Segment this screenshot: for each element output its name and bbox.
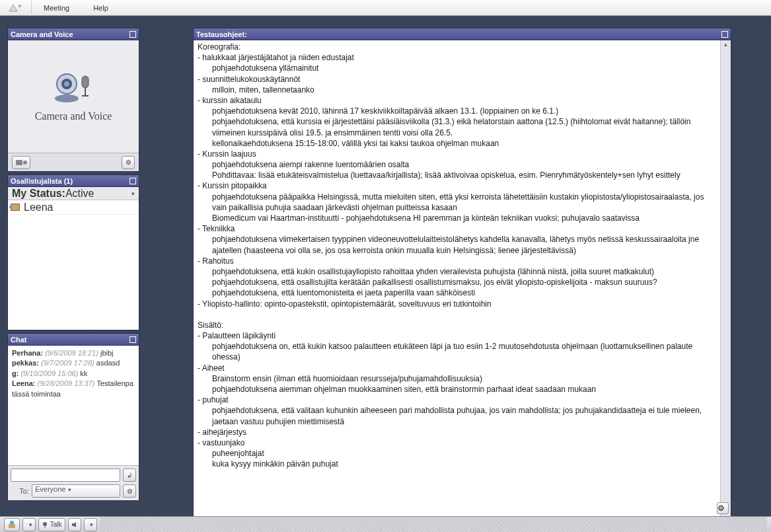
notes-line: pohjaehdotuksena, että kukin osallistuja… xyxy=(198,266,715,277)
bottombar-spacer xyxy=(100,517,767,532)
chat-send-button[interactable]: ↲ xyxy=(123,469,136,482)
camera-icon-area xyxy=(50,71,96,104)
notes-line: Sisältö: xyxy=(198,320,715,330)
notes-options-button[interactable]: ⚙ xyxy=(717,502,729,514)
camera-settings-button[interactable]: ⚙ xyxy=(122,156,135,169)
notes-line: Koreografia: xyxy=(198,42,715,52)
notes-line: - vastuunjako xyxy=(198,437,715,448)
status-text: My Status:Active xyxy=(12,188,94,200)
chat-line: pekkas: (9/7/2009 17:28) asdasd xyxy=(12,358,135,368)
notes-line: - puhujat xyxy=(198,395,715,405)
svg-point-11 xyxy=(10,521,14,525)
camera-voice-panel: Camera and Voice Camera and Voice xyxy=(7,28,139,172)
participant-row[interactable]: Leena xyxy=(8,200,139,215)
chat-panel: Chat Perhana: (9/6/2009 18:21) jbibjpekk… xyxy=(7,333,139,501)
notes-line: pohjaehdotuksena, että osallistujilta ke… xyxy=(198,277,715,287)
participant-name: Leena xyxy=(24,202,54,213)
panel-toggle-icon[interactable] xyxy=(129,178,136,184)
participants-header[interactable]: Osallistujalista (1) xyxy=(8,175,139,187)
chat-header[interactable]: Chat xyxy=(8,334,139,346)
notes-line: pohjaehdotuksena pääpaikka Helsingissä, … xyxy=(198,192,715,213)
panel-toggle-icon[interactable] xyxy=(721,31,728,38)
menu-help[interactable]: Help xyxy=(81,0,120,15)
notes-line: pohjaehdotuksena yllämainitut xyxy=(198,63,715,73)
menu-meeting[interactable]: Meeting xyxy=(32,0,81,15)
notes-line: pohjaehdotuksena, että valitaan kuhunkin… xyxy=(198,405,715,426)
chat-line: g: (9/10/2009 15:06) kk xyxy=(12,369,135,379)
volume-dropdown-button[interactable] xyxy=(84,518,97,531)
camera-panel-header[interactable]: Camera and Voice xyxy=(8,28,139,40)
notes-line: Biomedicum vai Haartman-instituutti - po… xyxy=(198,213,715,223)
panel-toggle-icon[interactable] xyxy=(129,31,136,38)
notes-line: - halukkaat järjestäjätahot ja niiden ed… xyxy=(198,52,715,63)
camera-footer: ⚙ xyxy=(8,153,139,171)
chat-line: Leena: (9/28/2009 13:37) Testailenpa täs… xyxy=(12,379,135,399)
app-logo xyxy=(0,0,32,16)
camera-panel-title: Camera and Voice xyxy=(11,30,73,38)
svg-point-0 xyxy=(18,5,21,7)
camera-body: Camera and Voice xyxy=(8,40,139,153)
notes-line: - Yliopisto-hallinto: opinto-opastekstit… xyxy=(198,299,715,309)
notes-line: pohjaehdotuksena, että luentomonisteita … xyxy=(198,287,715,298)
notes-line xyxy=(198,309,715,320)
notes-line: pohjaehdotuksena aiemman ohjelman muokka… xyxy=(198,384,715,395)
notes-line: - Kurssin laajuus xyxy=(198,149,715,159)
menubar: Meeting Help xyxy=(0,0,771,16)
svg-point-4 xyxy=(64,81,69,87)
notes-panel: Testausohjeet: Koreografia:- halukkaat j… xyxy=(193,28,731,517)
svg-point-12 xyxy=(43,522,47,526)
status-dropdown-button[interactable] xyxy=(22,518,36,531)
notes-scrollbar[interactable] xyxy=(720,40,731,516)
chat-line: Perhana: (9/6/2009 18:21) jbibj xyxy=(12,348,135,358)
notes-title: Testausohjeet: xyxy=(196,30,247,38)
participants-title: Osallistujalista (1) xyxy=(11,177,73,185)
notes-line: kellonaikaehdotuksena 15:15-18:00, välil… xyxy=(198,138,715,149)
talk-button[interactable]: Talk xyxy=(38,518,65,531)
notes-line: pohjaehdotuksena aiempi rakenne luentomä… xyxy=(198,159,715,170)
notes-line: Pohdittavaa: lisää etukäteisvalmistelua … xyxy=(198,170,715,180)
svg-point-9 xyxy=(23,161,27,165)
notes-line: - Rahoitus xyxy=(198,256,715,266)
notes-content[interactable]: Koreografia:- halukkaat järjestäjätahot … xyxy=(194,40,731,516)
status-dropdown-icon[interactable]: ▾ xyxy=(131,190,135,197)
mute-button[interactable] xyxy=(68,518,81,531)
notes-line: - Tekniikka xyxy=(198,223,715,234)
chat-messages[interactable]: Perhana: (9/6/2009 18:21) jbibjpekkas: (… xyxy=(8,346,139,465)
notes-line: - Aiheet xyxy=(198,363,715,373)
raise-hand-button[interactable] xyxy=(4,518,20,531)
chat-recipient-select[interactable]: Everyone xyxy=(32,484,120,498)
participants-panel: Osallistujalista (1) My Status:Active ▾ … xyxy=(7,174,139,330)
notes-line: pohjaehdotuksena viimekertaisen tyyppine… xyxy=(198,234,715,255)
svg-point-1 xyxy=(55,95,79,102)
chat-title: Chat xyxy=(11,336,26,344)
notes-line: puheenjohtajat xyxy=(198,448,715,459)
notes-line: kuka kysyy minkäkin päivän puhujat xyxy=(198,459,715,469)
notes-line: - aihejärjestys xyxy=(198,427,715,437)
my-status-row[interactable]: My Status:Active ▾ xyxy=(8,187,139,200)
chat-to-label: To: xyxy=(11,487,29,495)
participants-list: Leena xyxy=(8,200,139,330)
notes-header[interactable]: Testausohjeet: xyxy=(194,28,731,40)
chat-settings-button[interactable]: ⚙ xyxy=(123,484,136,498)
notes-line: pohjaehdotuksena on, että kukin katsoo p… xyxy=(198,341,715,362)
svg-rect-8 xyxy=(16,160,22,165)
camera-body-label: Camera and Voice xyxy=(35,110,112,122)
notes-line: Brainstorm ensin (ilman että huomioidaan… xyxy=(198,373,715,384)
notes-line: - Kurssin pitopaikka xyxy=(198,180,715,191)
svg-rect-5 xyxy=(82,76,89,88)
start-camera-button[interactable] xyxy=(12,156,30,169)
notes-line: - suunnittelukokouskäytännöt xyxy=(198,74,715,85)
notes-line: pohjaehdotuksena kevät 2010, lähinnä 17 … xyxy=(198,106,715,116)
chat-input-area: ↲ To: Everyone ⚙ xyxy=(8,465,139,500)
notes-line: pohjaehdotuksena, että kurssia ei järjes… xyxy=(198,116,715,137)
notes-line: milloin, miten, tallennetaanko xyxy=(198,85,715,95)
chat-input[interactable] xyxy=(11,469,120,482)
notes-line: - Palautteen läpikäynti xyxy=(198,330,715,341)
participant-icon xyxy=(11,204,20,211)
bottombar: Talk xyxy=(0,516,771,532)
notes-line: - kurssin aikataulu xyxy=(198,95,715,106)
panel-toggle-icon[interactable] xyxy=(129,336,136,343)
